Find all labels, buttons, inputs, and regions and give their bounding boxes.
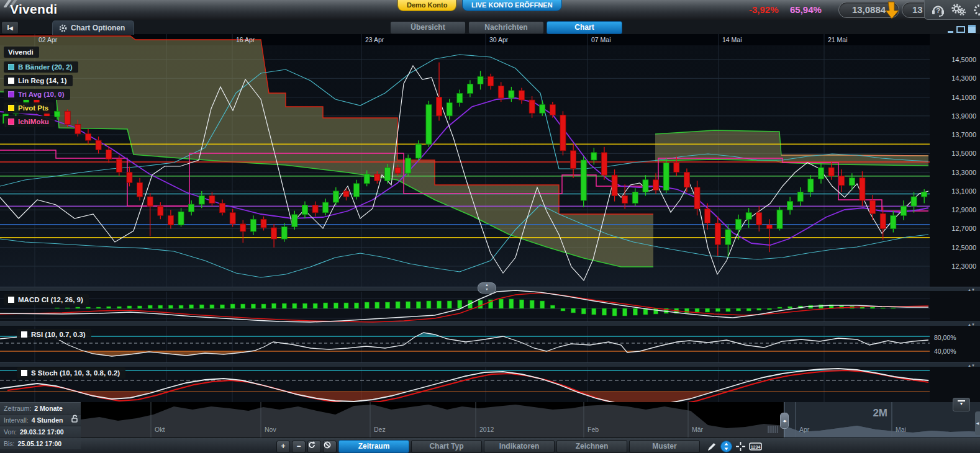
chart-options-tab[interactable]: Chart Optionen [52,20,134,35]
toolbar-tab-chart-typ[interactable]: Chart Typ [411,440,482,453]
svg-text:12,9000: 12,9000 [951,206,976,213]
change-percent: -3,92% [749,4,779,15]
time-navigator[interactable]: OktNovDez2012FebMärAprMai 2M ◀▶ ◀ ▼ [81,402,980,438]
svg-text:13,3000: 13,3000 [951,169,976,176]
chart-options-label: Chart Optionen [71,22,125,35]
collapse-panel-button[interactable]: I◀ [1,21,19,34]
info-label: Bis: [4,438,15,449]
scroll-toggle-icon[interactable] [720,441,732,452]
macd-label[interactable]: MACD Cl (12, 26, 9) [4,294,89,305]
legend-label: Lin Reg (14, 1) [18,77,67,84]
legend-item-ichimoku[interactable]: IchiMoku [4,116,55,127]
tab-chart[interactable]: Chart [547,21,622,34]
demo-konto-button[interactable]: Demo Konto [397,0,456,11]
legend-symbol-label: Vivendi [8,48,34,56]
svg-text:12,3000: 12,3000 [951,262,976,270]
macd-swatch-icon [8,297,14,303]
legend-item-linreg[interactable]: Lin Reg (14, 1) [4,75,73,86]
toolbar-tab-zeichnen[interactable]: Zeichnen [556,440,627,453]
svg-text:Feb: Feb [588,426,599,433]
rsi-low-level-label: 40,00% [934,348,956,355]
legend-symbol[interactable]: Vivendi [4,47,39,58]
svg-text:14,3000: 14,3000 [951,74,976,82]
svg-text:14,1000: 14,1000 [951,94,976,101]
info-label: Zeitraum: [4,403,31,414]
svg-text:?: ? [936,7,940,14]
svg-text:Dez: Dez [374,426,386,433]
no-entry-icon [324,441,331,449]
svg-text:Okt: Okt [155,426,165,433]
tab-row: I◀ Chart Optionen Übersicht Nachrichten … [0,20,980,34]
svg-text:▲▼: ▲▼ [968,323,975,326]
rsi-label[interactable]: RSI (10, 0.7, 0.3) [17,329,91,340]
svg-text:13,5000: 13,5000 [951,150,976,157]
info-label: Intervall: [4,415,29,426]
restore-icon[interactable] [956,26,965,33]
stoch-label[interactable]: S Stoch (10, 10, 3, 0.8, 0.2) [17,367,125,379]
legend-label: IchiMoku [18,118,49,125]
down-arrow-icon: ▼ [953,402,969,406]
toolbar-tab-muster[interactable]: Muster [629,440,700,453]
navigator-left-handle[interactable]: ◀▶ [780,413,789,429]
toolbar-tab-zeitraum[interactable]: Zeitraum [338,440,409,453]
right-edge-collapse-tab[interactable]: ◀ [975,411,980,435]
toolbar-tab-indikatoren[interactable]: Indikatoren [484,440,555,453]
info-value: 2 Monate [34,403,63,414]
info-row-von: Von:29.03.12 17:00 [0,426,81,438]
chart-canvas[interactable]: 14,500014,300014,100013,900013,700013,50… [0,0,980,453]
toolbar-group: + − Zeitraum Chart Typ Indikatoren Zeich… [276,440,762,453]
svg-text:13,7000: 13,7000 [951,131,976,138]
trading-app-window: 14,500014,300014,100013,900013,700013,50… [0,0,980,453]
indicator-label: RSI (10, 0.7, 0.3) [31,331,86,338]
rsi-swatch-icon [21,331,27,338]
legend-label: Pivot Pts [18,104,48,112]
bbands-swatch-icon [8,64,14,70]
selection-range-label: 2M [873,407,887,419]
maximize-icon[interactable] [968,25,976,33]
refresh-button[interactable] [307,441,321,453]
calculator-values-icon[interactable]: 1234 [749,442,762,451]
legend-item-triavg[interactable]: Tri Avg (10, 0) [4,89,70,100]
svg-text:13,9000: 13,9000 [951,112,976,120]
sell-price-value: 13,0884 [852,4,886,15]
panel-splitter-handle[interactable]: ▲▼ [478,282,496,294]
view-tabs: Übersicht Nachrichten Chart [390,21,622,34]
legend-item-pivot[interactable]: Pivot Pts [4,102,54,114]
info-row-bis: Bis:25.05.12 17:00 [0,438,81,449]
info-label: Von: [4,426,17,437]
price-down-arrow-icon [884,1,901,20]
support-headset-icon[interactable]: ? [931,3,945,17]
svg-text:21 Mai: 21 Mai [828,36,848,43]
crosshair-icon[interactable] [736,442,745,451]
window-controls [948,25,976,33]
svg-text:▲▼: ▲▼ [968,364,975,367]
svg-text:07 Mai: 07 Mai [591,36,611,43]
live-konto-button[interactable]: LIVE KONTO ERÖFFNEN [462,0,562,11]
partial-gear-icon[interactable] [973,3,980,17]
navigator-collapse-button[interactable]: ▼ [953,398,970,411]
svg-text:23 Apr: 23 Apr [365,36,384,43]
tab-uebersicht[interactable]: Übersicht [390,21,466,34]
tab-nachrichten[interactable]: Nachrichten [468,21,544,34]
info-value: 25.05.12 17:00 [18,438,62,449]
info-value: 4 Stunden [32,415,63,426]
zoom-out-button[interactable]: − [292,441,306,453]
toolbar-icons: 1234 [707,441,762,452]
zoom-in-button[interactable]: + [276,441,290,453]
range-info-panel: Zeitraum:2 Monate Intervall:4 Stunden Vo… [0,402,81,449]
legend-item-bbands[interactable]: B Bänder (20, 2) [4,61,78,73]
indicator-label: S Stoch (10, 10, 3, 0.8, 0.2) [31,369,120,377]
navigator-selection[interactable]: 2M [784,402,980,438]
svg-text:14,5000: 14,5000 [951,56,976,63]
triavg-swatch-icon [8,91,14,97]
unlock-icon[interactable] [71,415,78,423]
range-percent: 65,94% [790,4,822,15]
pencil-icon[interactable] [707,442,717,452]
disable-button[interactable] [323,441,337,453]
gear-icon [59,24,67,32]
settings-gears-icon[interactable] [951,3,967,17]
title-bar: Vivendi Demo Konto LIVE KONTO ERÖFFNEN -… [0,0,980,20]
bottom-toolbar: + − Zeitraum Chart Typ Indikatoren Zeich… [0,437,980,453]
buy-price-value: 13 [912,4,923,15]
minimize-icon[interactable] [948,31,953,33]
